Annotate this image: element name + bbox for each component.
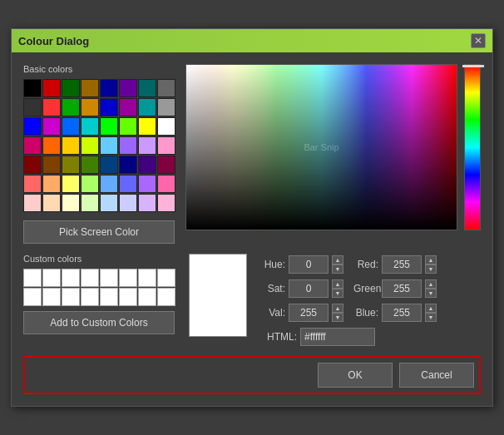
basic-color-swatch[interactable]: [119, 194, 137, 212]
custom-color-swatch[interactable]: [81, 269, 99, 287]
val-input[interactable]: [289, 304, 329, 322]
html-input[interactable]: [300, 328, 375, 346]
hue-down-button[interactable]: ▼: [332, 264, 343, 274]
basic-color-swatch[interactable]: [157, 156, 175, 174]
custom-color-swatch[interactable]: [42, 269, 61, 287]
basic-color-swatch[interactable]: [100, 156, 118, 174]
basic-color-swatch[interactable]: [157, 194, 175, 212]
basic-color-swatch[interactable]: [100, 98, 118, 116]
custom-color-swatch[interactable]: [62, 288, 80, 306]
green-input[interactable]: [382, 279, 422, 298]
custom-color-swatch[interactable]: [119, 269, 137, 287]
basic-color-swatch[interactable]: [62, 136, 80, 155]
basic-color-swatch[interactable]: [81, 117, 99, 136]
custom-color-swatch[interactable]: [138, 288, 156, 306]
basic-color-swatch[interactable]: [81, 156, 99, 174]
red-input[interactable]: [382, 255, 422, 274]
basic-color-swatch[interactable]: [157, 175, 175, 193]
custom-color-swatch[interactable]: [23, 269, 42, 287]
basic-color-swatch[interactable]: [100, 79, 118, 97]
basic-color-swatch[interactable]: [42, 117, 61, 136]
val-down-button[interactable]: ▼: [332, 313, 343, 322]
custom-color-swatch[interactable]: [157, 288, 175, 306]
custom-color-swatch[interactable]: [100, 269, 118, 287]
custom-color-swatch[interactable]: [81, 288, 99, 306]
basic-color-swatch[interactable]: [23, 136, 42, 155]
cancel-button[interactable]: Cancel: [399, 363, 474, 388]
basic-color-swatch[interactable]: [81, 79, 99, 97]
basic-color-swatch[interactable]: [138, 175, 156, 193]
basic-color-swatch[interactable]: [157, 117, 175, 136]
basic-color-swatch[interactable]: [23, 98, 42, 116]
blue-down-button[interactable]: ▼: [425, 313, 437, 322]
basic-color-swatch[interactable]: [23, 117, 42, 136]
basic-color-swatch[interactable]: [119, 136, 137, 155]
basic-color-swatch[interactable]: [42, 98, 61, 116]
basic-color-swatch[interactable]: [81, 136, 99, 155]
hue-slider[interactable]: [464, 64, 481, 230]
sat-down-button[interactable]: ▼: [332, 289, 343, 298]
basic-color-swatch[interactable]: [157, 79, 175, 97]
color-preview-panel: [189, 254, 247, 337]
basic-color-swatch[interactable]: [23, 194, 42, 212]
basic-color-swatch[interactable]: [100, 194, 118, 212]
add-to-custom-colors-button[interactable]: Add to Custom Colors: [23, 311, 175, 334]
basic-color-swatch[interactable]: [100, 117, 118, 136]
basic-color-swatch[interactable]: [138, 156, 156, 174]
basic-color-swatch[interactable]: [62, 79, 80, 97]
red-up-button[interactable]: ▲: [425, 255, 437, 264]
basic-color-swatch[interactable]: [157, 136, 175, 155]
basic-color-swatch[interactable]: [138, 194, 156, 212]
basic-color-swatch[interactable]: [81, 98, 99, 116]
basic-color-swatch[interactable]: [62, 98, 80, 116]
custom-color-swatch[interactable]: [42, 288, 61, 306]
ok-button[interactable]: OK: [318, 363, 393, 388]
basic-color-swatch[interactable]: [138, 79, 156, 97]
blue-input[interactable]: [382, 304, 422, 322]
custom-color-swatch[interactable]: [100, 288, 118, 306]
basic-color-swatch[interactable]: [81, 194, 99, 212]
basic-color-swatch[interactable]: [119, 175, 137, 193]
basic-color-swatch[interactable]: [138, 136, 156, 155]
basic-color-swatch[interactable]: [62, 175, 80, 193]
basic-color-swatch[interactable]: [119, 79, 137, 97]
basic-color-swatch[interactable]: [23, 175, 42, 193]
color-picker-gradient[interactable]: [185, 64, 457, 230]
basic-color-swatch[interactable]: [100, 136, 118, 155]
custom-color-swatch[interactable]: [138, 269, 156, 287]
basic-color-swatch[interactable]: [42, 79, 61, 97]
basic-color-swatch[interactable]: [62, 194, 80, 212]
custom-color-swatch[interactable]: [157, 269, 175, 287]
val-up-button[interactable]: ▲: [332, 304, 343, 313]
basic-color-swatch[interactable]: [23, 156, 42, 174]
basic-color-swatch[interactable]: [157, 98, 175, 116]
green-down-button[interactable]: ▼: [425, 289, 437, 298]
green-up-button[interactable]: ▲: [425, 279, 437, 289]
close-button[interactable]: ✕: [471, 33, 486, 48]
basic-color-swatch[interactable]: [42, 156, 61, 174]
basic-color-swatch[interactable]: [62, 156, 80, 174]
basic-color-swatch[interactable]: [100, 175, 118, 193]
custom-color-swatch[interactable]: [23, 288, 42, 306]
basic-color-swatch[interactable]: [119, 117, 137, 136]
basic-color-swatch[interactable]: [23, 79, 42, 97]
hue-input[interactable]: [289, 255, 329, 274]
basic-color-swatch[interactable]: [138, 98, 156, 116]
custom-color-swatch[interactable]: [62, 269, 80, 287]
basic-color-swatch[interactable]: [119, 98, 137, 116]
custom-color-swatch[interactable]: [119, 288, 137, 306]
basic-color-swatch[interactable]: [62, 117, 80, 136]
sat-up-button[interactable]: ▲: [332, 279, 343, 289]
basic-color-swatch[interactable]: [42, 136, 61, 155]
pick-screen-color-button[interactable]: Pick Screen Color: [23, 220, 175, 244]
basic-color-swatch[interactable]: [138, 117, 156, 136]
basic-color-swatch[interactable]: [42, 194, 61, 212]
bottom-buttons: OK Cancel: [23, 356, 481, 394]
blue-up-button[interactable]: ▲: [425, 304, 437, 313]
basic-color-swatch[interactable]: [119, 156, 137, 174]
hue-up-button[interactable]: ▲: [332, 255, 343, 264]
sat-input[interactable]: [289, 279, 329, 298]
basic-color-swatch[interactable]: [81, 175, 99, 193]
red-down-button[interactable]: ▼: [425, 264, 437, 274]
basic-color-swatch[interactable]: [42, 175, 61, 193]
